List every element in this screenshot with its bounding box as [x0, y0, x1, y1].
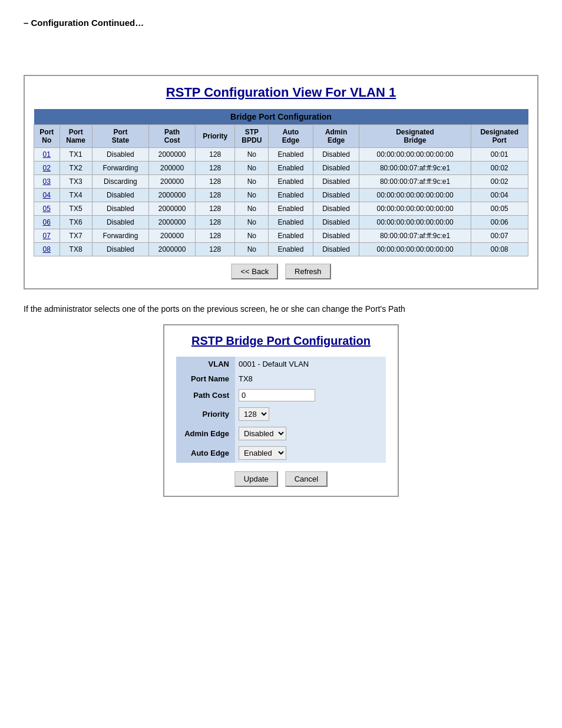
- cell-port-no: 07: [34, 229, 60, 243]
- cell-priority: 128: [196, 189, 235, 202]
- cell-designated-bridge: 80:00:00:07:af:ff:9c:e1: [359, 162, 471, 175]
- cell-designated-port: 00:05: [471, 202, 528, 216]
- bridge-port-table: Bridge Port Configuration PortNo PortNam…: [34, 109, 528, 256]
- cell-port-name: TX6: [59, 216, 92, 229]
- table-row: 05 TX5 Disabled 2000000 128 No Enabled D…: [34, 202, 528, 216]
- refresh-button[interactable]: Refresh: [285, 263, 331, 279]
- cell-designated-port: 00:02: [471, 162, 528, 175]
- path-cost-row: Path Cost: [176, 386, 386, 404]
- bridge-config-form-table: VLAN 0001 - Default VLAN Port Name TX8 P…: [176, 357, 386, 463]
- cell-stp-bpdu: No: [235, 229, 269, 243]
- admin-edge-row: Admin Edge DisabledEnabled: [176, 424, 386, 443]
- table-button-row: << Back Refresh: [34, 263, 528, 279]
- col-auto-edge: AutoEdge: [269, 125, 313, 148]
- col-admin-edge: AdminEdge: [313, 125, 359, 148]
- port-no-link[interactable]: 03: [43, 177, 51, 186]
- cell-admin-edge: Disabled: [313, 202, 359, 216]
- port-no-link[interactable]: 05: [43, 205, 51, 213]
- port-no-link[interactable]: 04: [43, 191, 51, 199]
- cell-designated-bridge: 00:00:00:00:00:00:00:00: [359, 148, 471, 162]
- cell-path-cost: 2000000: [149, 189, 196, 202]
- vlan-label: VLAN: [176, 357, 235, 371]
- cell-auto-edge: Enabled: [269, 175, 313, 189]
- section-header-cell: Bridge Port Configuration: [34, 109, 528, 125]
- back-button[interactable]: << Back: [231, 263, 278, 279]
- cell-admin-edge: Disabled: [313, 162, 359, 175]
- cell-priority: 128: [196, 162, 235, 175]
- cell-stp-bpdu: No: [235, 243, 269, 256]
- cell-admin-edge: Disabled: [313, 229, 359, 243]
- cell-auto-edge: Enabled: [269, 189, 313, 202]
- path-cost-label: Path Cost: [176, 386, 235, 404]
- port-name-label: Port Name: [176, 371, 235, 386]
- table-row: 08 TX8 Disabled 2000000 128 No Enabled D…: [34, 243, 528, 256]
- cell-path-cost: 2000000: [149, 216, 196, 229]
- col-stp-bpdu: STPBPDU: [235, 125, 269, 148]
- cell-stp-bpdu: No: [235, 202, 269, 216]
- priority-label: Priority: [176, 404, 235, 424]
- auto-edge-select[interactable]: EnabledDisabled: [239, 446, 286, 460]
- cell-path-cost: 200000: [149, 175, 196, 189]
- port-name-value: TX8: [235, 371, 386, 386]
- header-title: – Configuration Continued…: [24, 18, 144, 28]
- port-name-row: Port Name TX8: [176, 371, 386, 386]
- cell-stp-bpdu: No: [235, 216, 269, 229]
- cell-admin-edge: Disabled: [313, 216, 359, 229]
- cell-designated-bridge: 00:00:00:00:00:00:00:00: [359, 216, 471, 229]
- cancel-button[interactable]: Cancel: [285, 471, 328, 487]
- cell-port-state: Disabled: [92, 216, 148, 229]
- cell-stp-bpdu: No: [235, 162, 269, 175]
- cell-designated-port: 00:04: [471, 189, 528, 202]
- table-row: 02 TX2 Forwarding 200000 128 No Enabled …: [34, 162, 528, 175]
- port-no-link[interactable]: 02: [43, 164, 51, 172]
- rstp-config-title: RSTP Configuration View For VLAN 1: [34, 85, 528, 100]
- cell-designated-bridge: 00:00:00:00:00:00:00:00: [359, 243, 471, 256]
- port-no-link[interactable]: 08: [43, 245, 51, 253]
- cell-designated-bridge: 00:00:00:00:00:00:00:00: [359, 189, 471, 202]
- col-priority: Priority: [196, 125, 235, 148]
- rstp-bridge-title: RSTP Bridge Port Configuration: [176, 334, 386, 348]
- cell-auto-edge: Enabled: [269, 243, 313, 256]
- cell-path-cost: 2000000: [149, 243, 196, 256]
- description-paragraph: If the administrator selects one of the …: [24, 304, 538, 314]
- cell-port-name: TX8: [59, 243, 92, 256]
- table-row: 04 TX4 Disabled 2000000 128 No Enabled D…: [34, 189, 528, 202]
- cell-port-state: Disabled: [92, 189, 148, 202]
- cell-designated-port: 00:08: [471, 243, 528, 256]
- cell-auto-edge: Enabled: [269, 216, 313, 229]
- cell-port-no: 06: [34, 216, 60, 229]
- cell-port-name: TX2: [59, 162, 92, 175]
- cell-priority: 128: [196, 202, 235, 216]
- cell-designated-bridge: 80:00:00:07:af:ff:9c:e1: [359, 229, 471, 243]
- table-row: 01 TX1 Disabled 2000000 128 No Enabled D…: [34, 148, 528, 162]
- port-no-link[interactable]: 01: [43, 150, 51, 159]
- cell-designated-bridge: 80:00:00:07:af:ff:9c:e1: [359, 175, 471, 189]
- auto-edge-label: Auto Edge: [176, 443, 235, 463]
- update-button[interactable]: Update: [234, 471, 278, 487]
- cell-auto-edge: Enabled: [269, 162, 313, 175]
- cell-path-cost: 2000000: [149, 148, 196, 162]
- cell-port-no: 02: [34, 162, 60, 175]
- cell-path-cost: 200000: [149, 162, 196, 175]
- table-row: 03 TX3 Discarding 200000 128 No Enabled …: [34, 175, 528, 189]
- cell-port-state: Disabled: [92, 148, 148, 162]
- path-cost-input[interactable]: [239, 389, 315, 401]
- cell-port-name: TX1: [59, 148, 92, 162]
- cell-auto-edge: Enabled: [269, 202, 313, 216]
- admin-edge-select[interactable]: DisabledEnabled: [239, 427, 286, 440]
- port-no-link[interactable]: 06: [43, 218, 51, 226]
- admin-edge-label: Admin Edge: [176, 424, 235, 443]
- cell-port-no: 08: [34, 243, 60, 256]
- cell-priority: 128: [196, 148, 235, 162]
- auto-edge-row: Auto Edge EnabledDisabled: [176, 443, 386, 463]
- cell-admin-edge: Disabled: [313, 189, 359, 202]
- cell-port-no: 03: [34, 175, 60, 189]
- port-no-link[interactable]: 07: [43, 232, 51, 240]
- table-row: 07 TX7 Forwarding 200000 128 No Enabled …: [34, 229, 528, 243]
- cell-port-state: Forwarding: [92, 229, 148, 243]
- cell-priority: 128: [196, 216, 235, 229]
- vlan-row: VLAN 0001 - Default VLAN: [176, 357, 386, 371]
- cell-designated-port: 00:06: [471, 216, 528, 229]
- priority-select[interactable]: 1280163248648096112144160176192208224240: [239, 407, 269, 421]
- cell-priority: 128: [196, 229, 235, 243]
